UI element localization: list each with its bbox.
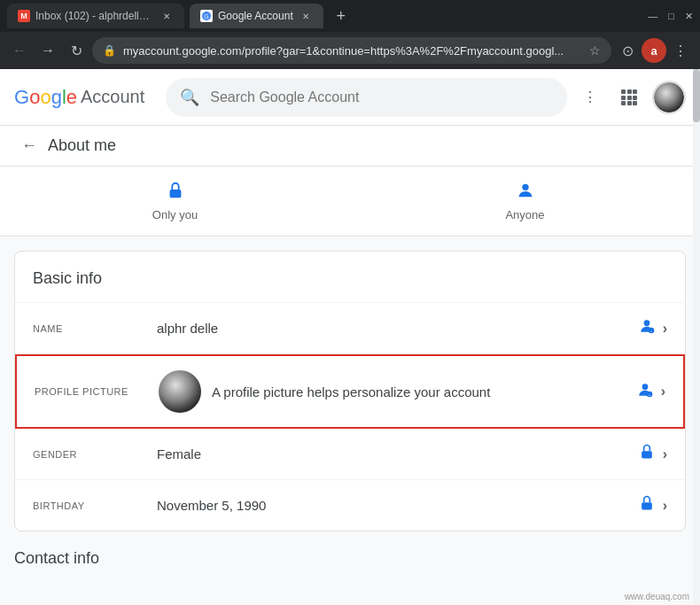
about-me-nav: ← About me: [0, 126, 700, 167]
logo-e: e: [66, 86, 77, 108]
lock-icon: 🔒: [103, 44, 116, 57]
gmail-tab-close[interactable]: ✕: [159, 9, 174, 23]
window-controls: — □ ✕: [648, 11, 693, 22]
gmail-favicon: M: [18, 10, 30, 22]
birthday-actions: ›: [638, 494, 667, 516]
search-icon: 🔍: [180, 88, 199, 107]
anyone-label: Anyone: [505, 208, 544, 221]
profile-picture-actions: + ›: [636, 381, 665, 403]
svg-point-12: [522, 184, 528, 190]
gender-actions: ›: [638, 443, 667, 465]
birthday-label: BIRTHDAY: [33, 500, 157, 511]
google-account-header: Google Account 🔍 ⋮: [0, 69, 700, 126]
back-arrow-button[interactable]: ←: [21, 136, 37, 155]
header-actions: ⋮: [574, 81, 686, 114]
profile-picture-chevron: ›: [661, 384, 665, 399]
apps-button[interactable]: [613, 81, 645, 113]
profile-button[interactable]: a: [642, 38, 666, 63]
basic-info-card: Basic info NAME alphr delle + ›: [14, 251, 686, 531]
svg-rect-11: [169, 190, 181, 198]
gender-visibility-icon: [638, 443, 656, 465]
svg-rect-10: [633, 101, 637, 105]
profile-picture-value: A profile picture helps personalize your…: [159, 370, 636, 413]
watermark: www.deuaq.com: [625, 592, 689, 601]
search-bar[interactable]: 🔍: [166, 78, 567, 117]
name-row[interactable]: NAME alphr delle + ›: [15, 303, 685, 354]
only-you-tab[interactable]: Only you: [0, 174, 350, 229]
svg-rect-20: [642, 502, 652, 509]
tab-google-account[interactable]: G Google Account ✕: [190, 4, 323, 28]
browser-titlebar: M Inbox (102) - alphrdelle@gmail.c... ✕ …: [0, 0, 700, 32]
svg-rect-19: [642, 451, 652, 458]
birthday-chevron: ›: [663, 498, 667, 514]
page-content: ← About me Only you Anyone: [0, 126, 700, 605]
maximize-button[interactable]: □: [668, 11, 674, 21]
bookmark-icon[interactable]: ☆: [589, 43, 601, 58]
google-logo: Google Account: [14, 86, 144, 109]
svg-point-16: [642, 384, 648, 390]
svg-rect-3: [627, 89, 632, 94]
menu-button[interactable]: ⋮: [668, 38, 693, 63]
options-button[interactable]: ⋮: [574, 81, 606, 113]
lock-tab-icon: [166, 181, 185, 205]
svg-rect-4: [633, 89, 637, 94]
user-avatar[interactable]: [652, 81, 686, 114]
birthday-visibility-icon: [638, 494, 656, 516]
about-me-title: About me: [48, 136, 116, 155]
logo-o1: o: [29, 86, 40, 108]
svg-rect-5: [621, 96, 626, 100]
basic-info-title: Basic info: [15, 252, 685, 303]
nav-actions: ⊙ a ⋮: [615, 38, 693, 63]
scrollbar-thumb[interactable]: [693, 69, 700, 122]
birthday-value: November 5, 1990: [157, 498, 638, 513]
svg-rect-7: [633, 96, 637, 100]
avatar-image: [654, 82, 684, 112]
search-input[interactable]: [210, 89, 553, 105]
only-you-label: Only you: [152, 208, 198, 221]
profile-visibility-icon: +: [636, 381, 654, 403]
account-label: Account: [81, 87, 144, 107]
person-tab-icon: [516, 181, 535, 205]
minimize-button[interactable]: —: [648, 11, 657, 21]
close-button[interactable]: ✕: [685, 11, 693, 22]
gender-row[interactable]: GENDER Female ›: [15, 429, 685, 480]
gmail-tab-title: Inbox (102) - alphrdelle@gmail.c...: [35, 10, 154, 22]
contact-info-title: Contact info: [14, 531, 686, 575]
logo-g: G: [14, 86, 29, 108]
browser-navbar: ← → ↻ 🔒 myaccount.google.com/profile?gar…: [0, 32, 700, 69]
google-account-favicon: G: [200, 10, 213, 22]
profile-hint-text: A profile picture helps personalize your…: [212, 384, 490, 399]
tab-gmail[interactable]: M Inbox (102) - alphrdelle@gmail.c... ✕: [7, 4, 184, 28]
birthday-row[interactable]: BIRTHDAY November 5, 1990 ›: [15, 480, 685, 531]
url-text: myaccount.google.com/profile?gar=1&conti…: [123, 44, 582, 58]
scrollbar-track: [693, 69, 700, 605]
forward-button[interactable]: →: [35, 38, 60, 63]
profile-thumbnail: [159, 370, 201, 413]
extensions-button[interactable]: ⊙: [615, 38, 640, 63]
svg-point-13: [643, 320, 649, 326]
svg-rect-2: [621, 89, 626, 94]
logo-o2: o: [40, 86, 51, 108]
address-bar[interactable]: 🔒 myaccount.google.com/profile?gar=1&con…: [92, 37, 611, 64]
name-actions: + ›: [638, 317, 667, 339]
name-label: NAME: [33, 323, 157, 334]
content-area: Basic info NAME alphr delle + ›: [0, 251, 700, 589]
google-account-tab-close[interactable]: ✕: [299, 9, 313, 23]
logo-g2: g: [51, 86, 62, 108]
name-visibility-icon: +: [638, 317, 656, 339]
anyone-tab[interactable]: Anyone: [350, 174, 700, 229]
new-tab-button[interactable]: +: [329, 4, 354, 28]
svg-rect-6: [627, 96, 632, 100]
refresh-button[interactable]: ↻: [64, 38, 89, 63]
name-value: alphr delle: [157, 321, 638, 336]
name-chevron: ›: [663, 321, 667, 337]
back-button[interactable]: ←: [7, 38, 32, 63]
privacy-tabs: Only you Anyone: [0, 167, 700, 237]
google-logo-text: Google: [14, 86, 77, 109]
svg-rect-8: [621, 101, 626, 105]
gender-label: GENDER: [33, 449, 157, 460]
svg-text:G: G: [204, 13, 208, 19]
profile-picture-row[interactable]: PROFILE PICTURE A profile picture helps …: [15, 354, 685, 429]
svg-rect-9: [627, 101, 632, 105]
profile-picture-label: PROFILE PICTURE: [35, 386, 159, 397]
